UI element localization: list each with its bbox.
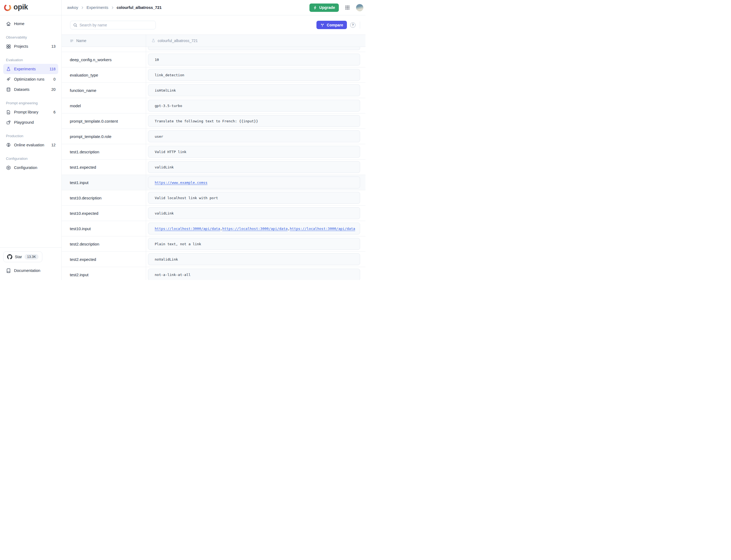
sidebar-item-datasets[interactable]: Datasets 20 bbox=[3, 84, 58, 95]
row-value-cell: validLink bbox=[146, 206, 365, 221]
row-name: prompt_template.0.role bbox=[70, 134, 111, 139]
column-header-label: Name bbox=[76, 39, 86, 43]
value-text: Plain text, not a link bbox=[155, 242, 201, 246]
table-row: prompt_template.0.role user bbox=[62, 129, 365, 144]
sidebar-item-count: 0 bbox=[53, 77, 56, 81]
configuration-icon bbox=[6, 165, 11, 170]
row-name-cell: test1.expected bbox=[62, 160, 146, 175]
row-name: test1.description bbox=[70, 150, 99, 154]
chevron-right-icon bbox=[81, 6, 84, 9]
row-name: test2.input bbox=[70, 272, 88, 277]
breadcrumb-workspace[interactable]: awkoy bbox=[67, 5, 78, 10]
sidebar-item-experiments[interactable]: Experiments 118 bbox=[3, 64, 58, 74]
row-name: test1.input bbox=[70, 180, 88, 185]
projects-icon bbox=[6, 44, 11, 49]
github-icon bbox=[7, 254, 12, 260]
section-title-prompt-engineering: Prompt engineering bbox=[6, 101, 56, 105]
app-grid-icon[interactable] bbox=[345, 5, 350, 10]
lightning-icon bbox=[313, 6, 317, 10]
row-value-box: validLink bbox=[148, 161, 360, 173]
table-row: test10.input https://localhost:3000/api/… bbox=[62, 221, 365, 236]
compare-button[interactable]: Compare bbox=[316, 21, 347, 29]
brand-name: opik bbox=[13, 3, 28, 11]
upgrade-label: Upgrade bbox=[319, 5, 335, 10]
star-count-badge: 13.3K bbox=[25, 254, 39, 260]
row-name: test10.description bbox=[70, 196, 102, 200]
row-value-box bbox=[148, 47, 360, 50]
row-value-cell: Valid HTTP link bbox=[146, 144, 365, 159]
sidebar-item-label: Online evaluation bbox=[14, 143, 44, 147]
sidebar-item-label: Configuration bbox=[14, 165, 37, 170]
help-icon[interactable]: ? bbox=[350, 22, 356, 28]
column-header-name[interactable]: Name bbox=[62, 35, 146, 47]
value-text: noValidLink bbox=[155, 257, 178, 261]
value-text: validLink bbox=[155, 165, 174, 169]
value-text: Valid localhost link with port bbox=[155, 196, 218, 200]
value-text: Translate the following text to French: … bbox=[155, 119, 258, 123]
breadcrumb: awkoy Experiments colourful_albatross_72… bbox=[67, 5, 162, 10]
table-row-partial bbox=[62, 47, 365, 52]
upgrade-button[interactable]: Upgrade bbox=[309, 4, 339, 12]
row-value-box: gpt-3.5-turbo bbox=[148, 100, 360, 112]
section-title-observability: Observability bbox=[6, 35, 56, 39]
breadcrumb-current: colourful_albatross_721 bbox=[117, 5, 162, 10]
row-name: deep_config.n_workers bbox=[70, 57, 112, 62]
sidebar-item-label: Optimization runs bbox=[14, 77, 44, 81]
table-body: deep_config.n_workers 10 evaluation_type… bbox=[62, 47, 365, 280]
row-value-box: https://www.example.comss bbox=[148, 177, 360, 188]
playground-icon bbox=[6, 120, 11, 125]
table-row: deep_config.n_workers 10 bbox=[62, 52, 365, 67]
row-name-cell: test1.description bbox=[62, 144, 146, 159]
github-star-button[interactable]: Star 13.3K bbox=[3, 251, 42, 262]
row-value-cell: isHtmlLink bbox=[146, 83, 365, 98]
row-value-box: validLink bbox=[148, 207, 360, 219]
sidebar-item-optimization-runs[interactable]: Optimization runs 0 bbox=[3, 74, 58, 84]
value-text: user bbox=[155, 134, 163, 139]
row-name: function_name bbox=[70, 88, 96, 93]
row-value-cell: Valid localhost link with port bbox=[146, 190, 365, 205]
flask-icon bbox=[151, 39, 156, 43]
sidebar-item-label: Experiments bbox=[14, 67, 36, 71]
column-header-experiment[interactable]: colourful_albatross_721 bbox=[146, 35, 365, 47]
row-name-cell: deep_config.n_workers bbox=[62, 52, 146, 67]
sidebar-item-documentation[interactable]: Documentation bbox=[3, 265, 58, 276]
sidebar-item-prompt-library[interactable]: Prompt library 6 bbox=[3, 107, 58, 117]
book-icon bbox=[6, 268, 11, 273]
row-name-cell: test2.input bbox=[62, 267, 146, 280]
sidebar-item-playground[interactable]: Playground bbox=[3, 117, 58, 127]
logo[interactable]: opik bbox=[0, 0, 61, 15]
sidebar-item-home[interactable]: Home bbox=[3, 19, 58, 29]
compare-label: Compare bbox=[327, 23, 343, 27]
value-link[interactable]: https://localhost:3000/api/data bbox=[290, 227, 355, 231]
main-area: awkoy Experiments colourful_albatross_72… bbox=[62, 0, 365, 280]
sidebar-item-count: 6 bbox=[53, 110, 56, 114]
experiment-config-table: Name colourful_albatross_721 deep_config… bbox=[62, 34, 365, 280]
breadcrumb-experiments[interactable]: Experiments bbox=[87, 5, 108, 10]
row-name-cell: test2.description bbox=[62, 236, 146, 251]
search-input[interactable] bbox=[70, 21, 156, 29]
value-link[interactable]: https://localhost:3000/api/data bbox=[155, 227, 220, 231]
user-avatar[interactable] bbox=[356, 4, 363, 11]
sidebar-item-count: 118 bbox=[50, 67, 56, 71]
sidebar-item-label: Home bbox=[14, 22, 25, 26]
table-row: evaluation_type link_detection bbox=[62, 67, 365, 83]
sidebar-item-label: Prompt library bbox=[14, 110, 38, 114]
sidebar-item-projects[interactable]: Projects 13 bbox=[3, 41, 58, 51]
star-label: Star bbox=[15, 255, 22, 259]
row-name: prompt_template.0.content bbox=[70, 119, 118, 123]
section-title-evaluation: Evaluation bbox=[6, 58, 56, 62]
row-name: test2.description bbox=[70, 242, 99, 246]
value-link[interactable]: https://localhost:3000/api/data bbox=[222, 227, 288, 231]
value-text: , bbox=[220, 227, 222, 231]
sidebar-item-configuration[interactable]: Configuration bbox=[3, 163, 58, 173]
value-text: 10 bbox=[155, 58, 159, 62]
row-value-cell: 10 bbox=[146, 52, 365, 67]
row-value-cell: https://localhost:3000/api/data, https:/… bbox=[146, 221, 365, 236]
row-value-cell: validLink bbox=[146, 160, 365, 175]
row-value-cell: not-a-link-at-all bbox=[146, 267, 365, 280]
value-text: Valid HTTP link bbox=[155, 150, 186, 154]
table-row: test2.input not-a-link-at-all bbox=[62, 267, 365, 280]
sidebar-item-online-evaluation[interactable]: Online evaluation 12 bbox=[3, 140, 58, 150]
row-name-cell: test2.expected bbox=[62, 252, 146, 267]
value-link[interactable]: https://www.example.comss bbox=[155, 181, 208, 185]
